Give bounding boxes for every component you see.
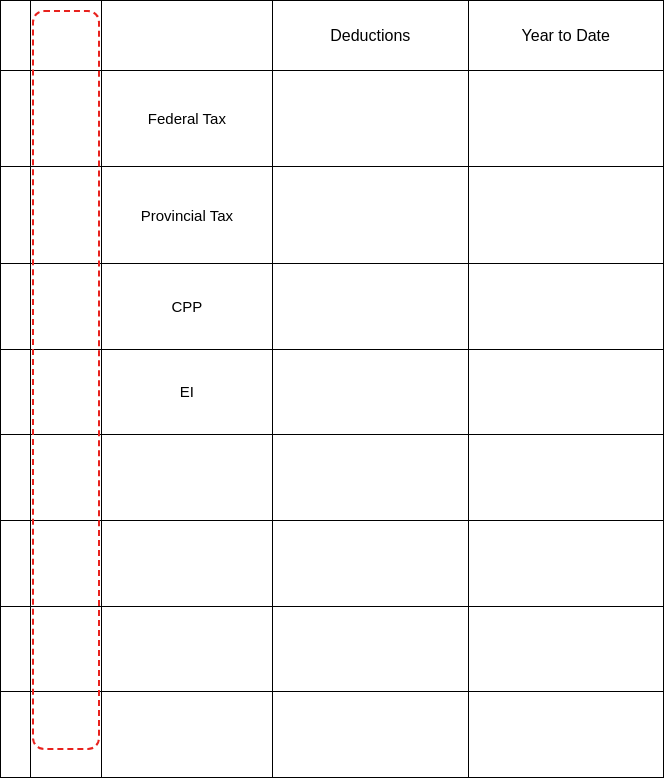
- cell-provincial-tax: Provincial Tax: [101, 167, 272, 263]
- page: Deductions Year to Date Federal Tax Prov…: [0, 0, 664, 778]
- table-row: [1, 606, 664, 692]
- table-row: [1, 692, 664, 778]
- cell-r5-c2: [31, 435, 102, 521]
- cell-r4-c2: [31, 349, 102, 435]
- cell-r5-c4: [273, 435, 468, 521]
- cell-r6-c2: [31, 520, 102, 606]
- cell-r5-c1: [1, 435, 31, 521]
- payroll-table: Deductions Year to Date Federal Tax Prov…: [0, 0, 664, 778]
- cell-r1-c1: [1, 71, 31, 167]
- header-deductions: Deductions: [273, 1, 468, 71]
- cell-r8-c5: [468, 692, 664, 778]
- cell-r8-c1: [1, 692, 31, 778]
- cell-r6-c3: [101, 520, 272, 606]
- cell-r8-c4: [273, 692, 468, 778]
- cell-r2-c5: [468, 167, 664, 263]
- cell-r7-c4: [273, 606, 468, 692]
- cell-r6-c5: [468, 520, 664, 606]
- cell-r1-c2: [31, 71, 102, 167]
- cell-r7-c3: [101, 606, 272, 692]
- header-col1: [1, 1, 31, 71]
- cell-cpp: CPP: [101, 263, 272, 349]
- header-year-to-date: Year to Date: [468, 1, 664, 71]
- cell-r4-c4: [273, 349, 468, 435]
- table-row: Federal Tax: [1, 71, 664, 167]
- cell-r1-c4: [273, 71, 468, 167]
- table-row: EI: [1, 349, 664, 435]
- cell-r6-c1: [1, 520, 31, 606]
- cell-r7-c5: [468, 606, 664, 692]
- table-row: Provincial Tax: [1, 167, 664, 263]
- cell-r7-c2: [31, 606, 102, 692]
- table-wrapper: Deductions Year to Date Federal Tax Prov…: [0, 0, 664, 778]
- cell-r1-c5: [468, 71, 664, 167]
- header-col3: [101, 1, 272, 71]
- cell-r4-c5: [468, 349, 664, 435]
- cell-r2-c1: [1, 167, 31, 263]
- cell-r4-c1: [1, 349, 31, 435]
- cell-r6-c4: [273, 520, 468, 606]
- table-row: [1, 520, 664, 606]
- table-row: CPP: [1, 263, 664, 349]
- cell-r3-c5: [468, 263, 664, 349]
- cell-r5-c3: [101, 435, 272, 521]
- table-row: [1, 435, 664, 521]
- header-col2: [31, 1, 102, 71]
- table-header-row: Deductions Year to Date: [1, 1, 664, 71]
- cell-r5-c5: [468, 435, 664, 521]
- cell-ei: EI: [101, 349, 272, 435]
- cell-r2-c4: [273, 167, 468, 263]
- cell-r7-c1: [1, 606, 31, 692]
- cell-r2-c2: [31, 167, 102, 263]
- cell-r3-c4: [273, 263, 468, 349]
- cell-federal-tax: Federal Tax: [101, 71, 272, 167]
- cell-r3-c2: [31, 263, 102, 349]
- cell-r8-c3: [101, 692, 272, 778]
- cell-r3-c1: [1, 263, 31, 349]
- cell-r8-c2: [31, 692, 102, 778]
